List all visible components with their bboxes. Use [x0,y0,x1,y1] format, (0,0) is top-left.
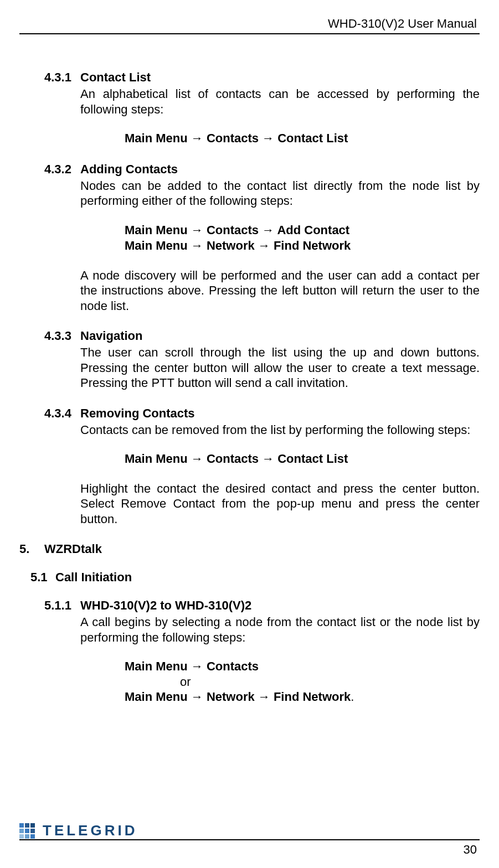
section-title: Removing Contacts [80,406,195,421]
section-number: 5. [19,542,44,556]
svg-rect-3 [19,829,24,833]
svg-rect-7 [25,834,29,839]
nav-path: Main Menu → Contacts → Add Contact [125,223,480,239]
section-title: WHD-310(V)2 to WHD-310(V)2 [80,598,251,613]
section-heading: 4.3.2 Adding Contacts [19,162,480,177]
doc-header-title: WHD-310(V)2 User Manual [19,17,480,31]
section-4-3-4: 4.3.4 Removing Contacts Contacts can be … [19,406,480,527]
section-body: Nodes can be added to the contact list d… [80,178,480,209]
section-number: 4.3.1 [44,70,80,85]
page-number: 30 [464,843,477,857]
section-4-3-3: 4.3.3 Navigation The user can scroll thr… [19,329,480,391]
section-heading: 4.3.1 Contact List [19,70,480,85]
section-body: An alphabetical list of contacts can be … [80,86,480,117]
svg-rect-5 [30,829,35,833]
section-heading: 4.3.3 Navigation [19,329,480,343]
section-5: 5. WZRDtalk [19,542,480,556]
svg-rect-6 [19,834,24,839]
nav-path: Main Menu → Network → Find Network. [125,689,480,705]
section-5-1: 5.1 Call Initiation [19,570,480,585]
section-body: The user can scroll through the list usi… [80,345,480,391]
logo: TELEGRID [19,822,137,839]
section-number: 5.1.1 [44,598,80,613]
section-body: Contacts can be removed from the list by… [80,422,480,438]
nav-path-suffix: . [351,690,354,704]
section-number: 4.3.2 [44,162,80,177]
section-title: Contact List [80,70,151,85]
logo-text: TELEGRID [43,822,137,839]
nav-path: Main Menu → Contacts → Contact List [125,451,480,467]
section-body: Highlight the contact the desired contac… [80,481,480,527]
section-number: 4.3.3 [44,329,80,343]
section-5-1-1: 5.1.1 WHD-310(V)2 to WHD-310(V)2 A call … [19,598,480,705]
svg-rect-0 [19,823,24,828]
svg-rect-2 [30,823,35,828]
section-title: Adding Contacts [80,162,178,177]
svg-rect-8 [30,834,35,839]
nav-path: Main Menu → Contacts [125,659,480,675]
telegrid-logo-icon [19,823,39,839]
section-title: Call Initiation [55,570,132,585]
nav-path: Main Menu → Network → Find Network [125,238,480,254]
section-number: 4.3.4 [44,406,80,421]
section-body: A node discovery will be performed and t… [80,268,480,314]
section-title: WZRDtalk [44,542,102,556]
or-text: or [180,675,480,689]
nav-path-text: Main Menu → Network → Find Network [125,690,351,704]
svg-rect-4 [25,829,29,833]
section-heading: 4.3.4 Removing Contacts [19,406,480,421]
section-4-3-2: 4.3.2 Adding Contacts Nodes can be added… [19,162,480,314]
nav-path: Main Menu → Contacts → Contact List [125,131,480,147]
header-rule [19,33,480,34]
section-4-3-1: 4.3.1 Contact List An alphabetical list … [19,70,480,147]
section-number: 5.1 [30,570,55,585]
section-title: Navigation [80,329,142,343]
svg-rect-1 [25,823,29,828]
footer-rule [19,839,480,840]
section-heading: 5.1.1 WHD-310(V)2 to WHD-310(V)2 [19,598,480,613]
section-body: A call begins by selecting a node from t… [80,614,480,645]
